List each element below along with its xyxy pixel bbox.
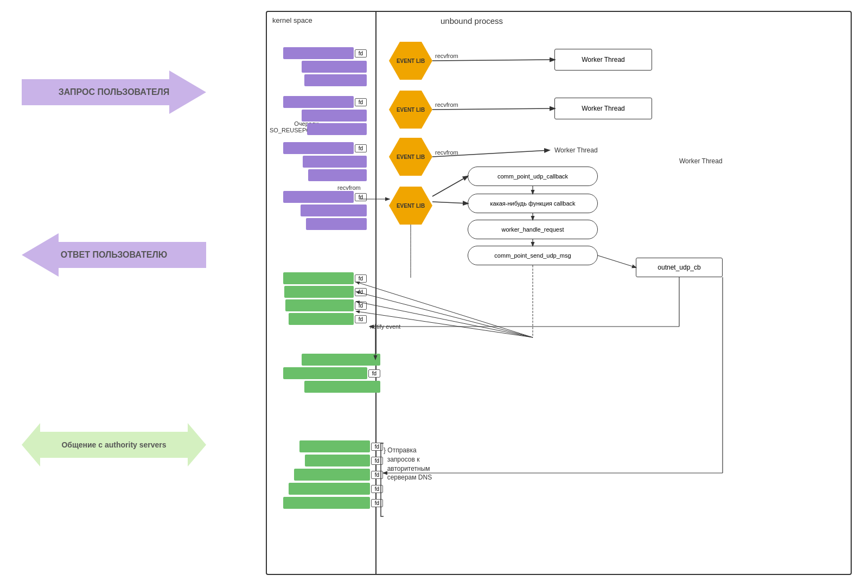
fd-label-1a: fd bbox=[355, 49, 367, 57]
fd-label-2a: fd bbox=[355, 98, 367, 106]
fd-bar-3b bbox=[283, 156, 367, 168]
green-fd-single-1 bbox=[283, 354, 380, 366]
worker-thread-box-2: Worker Thread bbox=[554, 98, 652, 119]
green-fd-single-fill-2 bbox=[283, 367, 367, 379]
green-fd-fill-1 bbox=[283, 272, 354, 284]
notify-event-label: notify event bbox=[370, 323, 400, 330]
kernel-space-label: kernel space bbox=[272, 16, 312, 24]
fd-bar-fill-3b bbox=[303, 156, 367, 168]
fd-bar-1c bbox=[283, 74, 367, 86]
green-fd-bot-label-4: fd bbox=[371, 485, 383, 493]
green-fd-single-2: fd bbox=[283, 367, 380, 379]
green-fd-bot-2: fd bbox=[283, 455, 383, 466]
green-fd-bot-label-2: fd bbox=[371, 457, 383, 465]
send-label: } Отправка запросов к авторитетным серве… bbox=[384, 446, 432, 482]
authority-arrow: Общение с authority servers bbox=[22, 423, 206, 466]
green-fd-bot-1: fd bbox=[283, 440, 383, 452]
recvfrom-label-3: recvfrom bbox=[435, 149, 458, 156]
green-fd-label-4: fd bbox=[355, 315, 367, 323]
fd-group-3: fd bbox=[283, 142, 367, 181]
svg-line-1 bbox=[432, 108, 554, 110]
green-fd-bar-2: fd bbox=[283, 286, 367, 298]
response-arrow-label: ОТВЕТ ПОЛЬЗОВАТЕЛЮ bbox=[39, 250, 189, 260]
svg-line-15 bbox=[356, 292, 533, 337]
green-fd-bot-label-5: fd bbox=[371, 499, 383, 507]
green-fd-single-fill-1 bbox=[302, 354, 380, 366]
fd-bar-1a: fd bbox=[283, 47, 367, 59]
comm-point-udp-box: comm_point_udp_callback bbox=[468, 167, 598, 186]
svg-line-8 bbox=[598, 255, 636, 267]
fd-group-2: fd bbox=[283, 96, 367, 135]
green-fd-bot-fill-5 bbox=[283, 497, 370, 509]
event-lib-1: EVENT LIB bbox=[389, 42, 432, 80]
fd-bar-fill-4b bbox=[301, 204, 367, 216]
request-arrow-shape: ЗАПРОС ПОЛЬЗОВАТЕЛЯ bbox=[22, 71, 206, 114]
fd-label-3a: fd bbox=[355, 144, 367, 152]
green-fd-single-fill-3 bbox=[304, 381, 380, 393]
green-fd-bot-fill-3 bbox=[294, 469, 370, 481]
fd-label-4a: fd bbox=[355, 193, 367, 201]
green-fd-single-3 bbox=[283, 381, 380, 393]
green-fd-fill-4 bbox=[289, 313, 354, 325]
green-fd-bot-3: fd bbox=[283, 469, 383, 481]
recvfrom-label-4: recvfrom bbox=[337, 184, 361, 191]
fd-group-4: fd bbox=[283, 191, 367, 230]
fd-bar-fill-3a bbox=[283, 142, 354, 154]
fd-bar-2c bbox=[283, 123, 367, 135]
fd-bar-fill-1a bbox=[283, 47, 354, 59]
worker-thread-main-label: Worker Thread bbox=[679, 157, 723, 165]
fd-bar-fill-1c bbox=[304, 74, 367, 86]
svg-line-0 bbox=[432, 60, 554, 61]
fd-bar-4a: fd bbox=[283, 191, 367, 203]
svg-line-3 bbox=[432, 176, 468, 196]
authority-arrow-label: Общение с authority servers bbox=[40, 440, 188, 449]
green-fd-fill-2 bbox=[284, 286, 354, 298]
green-fd-bot-label-1: fd bbox=[371, 443, 383, 451]
fd-bar-fill-1b bbox=[302, 61, 367, 73]
worker-thread-box-1: Worker Thread bbox=[554, 49, 652, 71]
green-fd-label-2: fd bbox=[355, 288, 367, 296]
fd-bar-fill-2c bbox=[307, 123, 367, 135]
response-arrow: ОТВЕТ ПОЛЬЗОВАТЕЛЮ bbox=[22, 233, 206, 277]
worker-handle-box: worker_handle_request bbox=[468, 220, 598, 239]
fd-bar-4b bbox=[283, 204, 367, 216]
green-fd-label-1: fd bbox=[355, 274, 367, 283]
green-fd-label-3: fd bbox=[355, 302, 367, 310]
response-arrow-shape: ОТВЕТ ПОЛЬЗОВАТЕЛЮ bbox=[22, 233, 206, 277]
request-arrow-label: ЗАПРОС ПОЛЬЗОВАТЕЛЯ bbox=[37, 87, 192, 97]
left-arrows: ЗАПРОС ПОЛЬЗОВАТЕЛЯ ОТВЕТ ПОЛЬЗОВАТЕЛЮ О… bbox=[11, 0, 255, 588]
fd-bar-2a: fd bbox=[283, 96, 367, 108]
green-fd-bar-4: fd bbox=[283, 313, 367, 325]
worker-thread-label-3: Worker Thread bbox=[554, 146, 598, 154]
event-lib-3: EVENT LIB bbox=[389, 138, 432, 176]
fd-bar-fill-2a bbox=[283, 96, 354, 108]
green-fd-group-single: fd bbox=[283, 354, 380, 393]
fd-bar-fill-3c bbox=[308, 169, 367, 181]
fd-bar-fill-4c bbox=[306, 218, 367, 230]
green-fd-bot-label-3: fd bbox=[371, 471, 383, 479]
recvfrom-label-2: recvfrom bbox=[435, 101, 458, 108]
request-arrow: ЗАПРОС ПОЛЬЗОВАТЕЛЯ bbox=[22, 71, 206, 114]
unbound-process-label: unbound process bbox=[441, 16, 503, 25]
fd-bar-2b bbox=[283, 110, 367, 122]
svg-line-16 bbox=[356, 302, 533, 337]
authority-arrow-shape: Общение с authority servers bbox=[22, 423, 206, 466]
green-fd-group-bottom: fd fd fd fd fd bbox=[283, 440, 383, 509]
green-fd-bot-5: fd bbox=[283, 497, 383, 509]
recvfrom-label-1: recvfrom bbox=[435, 53, 458, 59]
comm-point-send-box: comm_point_send_udp_msg bbox=[468, 246, 598, 265]
green-fd-single-label: fd bbox=[368, 369, 380, 378]
callback-fn-box: какая-нибудь функция callback bbox=[468, 194, 598, 213]
green-fd-bot-4: fd bbox=[283, 483, 383, 495]
green-fd-bot-fill-4 bbox=[289, 483, 370, 495]
fd-bar-fill-2b bbox=[302, 110, 367, 122]
fd-group-1: fd bbox=[283, 47, 367, 86]
fd-bar-1b bbox=[283, 61, 367, 73]
green-fd-bar-1: fd bbox=[283, 272, 367, 284]
green-fd-bot-fill-1 bbox=[299, 440, 370, 452]
event-lib-4: EVENT LIB bbox=[389, 187, 432, 225]
fd-bar-4c bbox=[283, 218, 367, 230]
fd-bar-3a: fd bbox=[283, 142, 367, 154]
outnet-udp-box: outnet_udp_cb bbox=[636, 258, 723, 277]
green-fd-group-middle: fd fd fd fd bbox=[283, 272, 367, 325]
